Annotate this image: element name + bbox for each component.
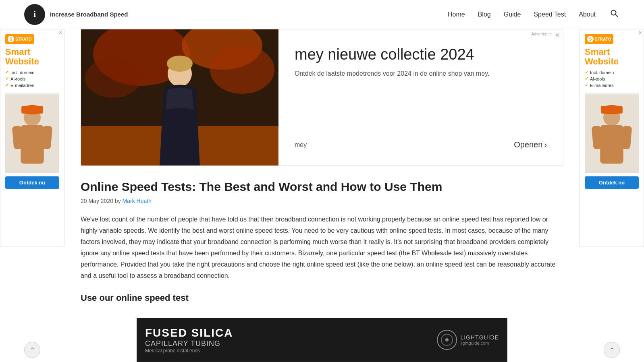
nav-guide[interactable]: Guide bbox=[504, 11, 521, 18]
article-title: Online Speed Tests: The Best and Worst a… bbox=[81, 179, 563, 194]
article-by: by bbox=[115, 198, 123, 204]
svg-rect-21 bbox=[600, 125, 623, 164]
site-header: i Increase Broadband Speed Home Blog Gui… bbox=[0, 0, 644, 29]
strato-header-right: S STRATO bbox=[585, 34, 639, 44]
feature-domain-right: Incl. domein bbox=[585, 70, 639, 75]
feature-email-left: E-mailadres bbox=[5, 83, 59, 88]
banner-cta-text: Openen bbox=[514, 140, 542, 149]
banner-subtext: Ontdek de laatste modetrends voor 2024 i… bbox=[295, 69, 547, 79]
strato-cta-right[interactable]: Ontdek nu bbox=[585, 176, 639, 189]
bottom-banner-logo-block: LIGHTGUIDE lightguide.com bbox=[437, 330, 499, 350]
lightguide-name: LIGHTGUIDE bbox=[460, 334, 499, 341]
lightguide-icon bbox=[437, 330, 457, 350]
banner-headline: mey nieuwe collectie 2024 bbox=[295, 46, 547, 64]
strato-tagline-left: Smart Website bbox=[5, 47, 59, 66]
strato-icon-right: S bbox=[587, 36, 594, 42]
bottom-banner-detail: Medical probe distal ends bbox=[145, 348, 429, 354]
lightguide-url: lightguide.com bbox=[460, 341, 499, 345]
ad-label: Advertentie bbox=[531, 32, 552, 36]
strato-logo-left: S STRATO bbox=[5, 34, 34, 44]
article-body: We've lost count of the number of people… bbox=[81, 214, 563, 281]
bottom-banner-ad: FUSED SILICA CAPILLARY TUBING Medical pr… bbox=[137, 318, 507, 362]
article: Online Speed Tests: The Best and Worst a… bbox=[81, 166, 563, 326]
left-ad-close[interactable]: ✕ bbox=[59, 30, 62, 35]
strato-name-right: STRATO bbox=[595, 37, 611, 41]
strato-person-left bbox=[5, 93, 59, 173]
svg-point-18 bbox=[167, 56, 193, 72]
lightguide-text-block: LIGHTGUIDE lightguide.com bbox=[460, 334, 499, 345]
lightguide-inner-icon bbox=[441, 334, 453, 346]
banner-close-button[interactable]: ✕ bbox=[555, 32, 560, 38]
feature-domain-left: Incl. domein bbox=[5, 70, 59, 75]
strato-name-left: STRATO bbox=[15, 37, 31, 41]
strato-person-right bbox=[585, 93, 639, 173]
right-ad-close[interactable]: ✕ bbox=[638, 30, 642, 35]
logo-text: Increase Broadband Speed bbox=[50, 10, 128, 19]
right-ad-inner: ✕ S STRATO Smart Website Incl. domein AI… bbox=[580, 29, 644, 246]
svg-rect-23 bbox=[601, 106, 623, 114]
strato-icon-left: S bbox=[8, 36, 14, 42]
article-section-title: Use our online speed test bbox=[81, 293, 563, 303]
nav-about[interactable]: About bbox=[579, 11, 596, 18]
main-content: mey nieuwe collectie 2024 Ontdek de laat… bbox=[64, 29, 580, 362]
bottom-banner-content: FUSED SILICA CAPILLARY TUBING Medical pr… bbox=[145, 327, 499, 354]
scroll-up-right[interactable]: ⌃ bbox=[604, 342, 620, 358]
nav-speed-test[interactable]: Speed Test bbox=[534, 11, 566, 18]
banner-cta-arrow: › bbox=[544, 140, 547, 149]
svg-rect-6 bbox=[21, 125, 44, 164]
strato-tagline-right: Smart Website bbox=[585, 47, 639, 66]
scroll-up-left[interactable]: ⌃ bbox=[24, 342, 40, 358]
article-author-link[interactable]: Mark Heath bbox=[123, 198, 152, 204]
strato-ad-left: ✕ S STRATO Smart Website Incl. domein AI… bbox=[0, 29, 64, 194]
feature-ai-right: AI-tools bbox=[585, 76, 639, 81]
banner-ad-content: mey nieuwe collectie 2024 Ontdek de laat… bbox=[295, 46, 547, 79]
left-side-ad: ✕ S STRATO Smart Website Incl. domein AI… bbox=[0, 29, 64, 362]
top-banner-ad: mey nieuwe collectie 2024 Ontdek de laat… bbox=[81, 29, 563, 166]
search-button[interactable] bbox=[609, 8, 620, 21]
svg-text:i: i bbox=[33, 9, 36, 19]
feature-ai-left: AI-tools bbox=[5, 76, 59, 81]
banner-cta-link[interactable]: Openen › bbox=[514, 140, 547, 149]
left-ad-inner: ✕ S STRATO Smart Website Incl. domein AI… bbox=[0, 29, 64, 246]
banner-ad-right: mey nieuwe collectie 2024 Ontdek de laat… bbox=[278, 29, 563, 165]
bottom-banner-text-block: FUSED SILICA CAPILLARY TUBING Medical pr… bbox=[145, 327, 429, 354]
banner-brand: mey bbox=[295, 141, 307, 149]
strato-logo-right: S STRATO bbox=[585, 34, 613, 44]
nav-blog[interactable]: Blog bbox=[478, 11, 491, 18]
nav-home[interactable]: Home bbox=[448, 11, 465, 18]
svg-rect-8 bbox=[21, 106, 43, 114]
article-meta: 20 May 2020 by Mark Heath bbox=[81, 198, 563, 204]
strato-header-left: S STRATO bbox=[5, 34, 59, 44]
page-wrapper: ✕ S STRATO Smart Website Incl. domein AI… bbox=[0, 29, 644, 362]
feature-email-right: E-mailadres bbox=[585, 83, 639, 88]
site-logo[interactable]: i Increase Broadband Speed bbox=[24, 4, 128, 25]
svg-point-15 bbox=[85, 58, 141, 98]
right-side-ad: ✕ S STRATO Smart Website Incl. domein AI… bbox=[580, 29, 644, 362]
svg-line-3 bbox=[615, 14, 618, 17]
article-author-name: Mark Heath bbox=[123, 198, 152, 204]
strato-features-right: Incl. domein AI-tools E-mailadres bbox=[585, 70, 639, 88]
strato-ad-right: ✕ S STRATO Smart Website Incl. domein AI… bbox=[580, 29, 644, 194]
strato-cta-left[interactable]: Ontdek nu bbox=[5, 176, 59, 189]
strato-features-left: Incl. domein AI-tools E-mailadres bbox=[5, 70, 59, 88]
bottom-banner-subtitle: CAPILLARY TUBING bbox=[145, 339, 429, 348]
logo-icon: i bbox=[24, 4, 45, 25]
main-nav: Home Blog Guide Speed Test About bbox=[448, 8, 620, 21]
bottom-banner-title: FUSED SILICA bbox=[145, 327, 429, 339]
banner-ad-image bbox=[81, 29, 278, 165]
lightguide-dot bbox=[445, 338, 449, 341]
svg-point-14 bbox=[210, 46, 274, 94]
article-date: 20 May 2020 bbox=[81, 198, 113, 204]
banner-footer: mey Openen › bbox=[295, 140, 547, 149]
